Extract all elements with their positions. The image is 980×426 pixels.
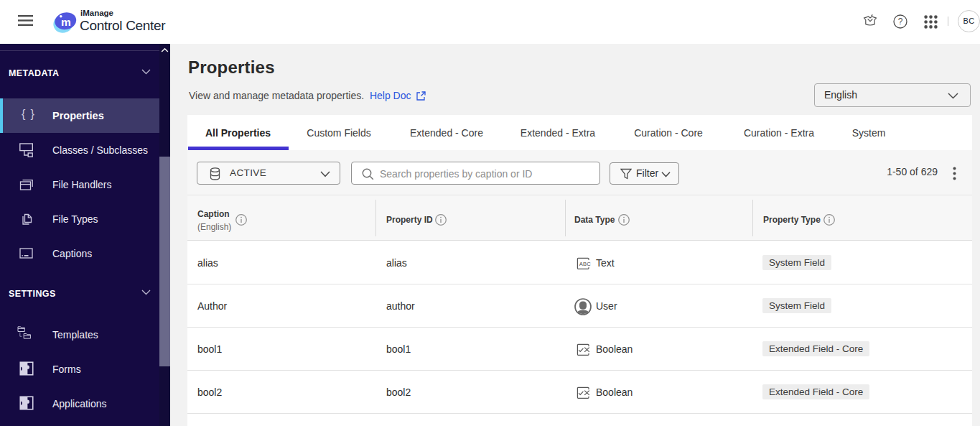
svg-text:?: ?	[898, 17, 903, 27]
svg-text:ABC: ABC	[579, 261, 592, 267]
svg-text:m: m	[61, 16, 71, 28]
